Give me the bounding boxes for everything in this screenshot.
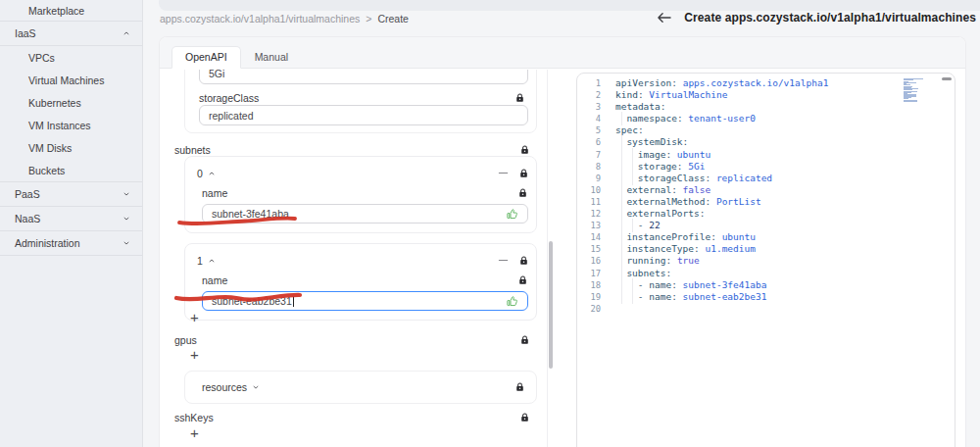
- code-line: 11externalMethod: PortList: [577, 196, 955, 208]
- code-line: 1apiVersion: apps.cozystack.io/v1alpha1: [577, 77, 955, 89]
- form-scrollbar-thumb[interactable]: [549, 241, 553, 369]
- lock-icon[interactable]: [520, 145, 529, 155]
- main-area: apps.cozystack.io/v1alpha1/virtualmachin…: [142, 0, 980, 447]
- chevron-up-icon: [208, 257, 216, 265]
- code-line: 13- 22: [577, 220, 955, 231]
- gpus-section-header: gpus: [174, 334, 529, 346]
- subnets-label: subnets: [174, 144, 211, 156]
- subnets-list: 0namesubnet-3fe41aba1namesubnet-eab2be31: [184, 156, 537, 330]
- sidebar-item-label: PaaS: [15, 188, 40, 200]
- resources-label: resources: [202, 381, 247, 393]
- tabs-bar: OpenAPIManual: [160, 37, 965, 69]
- lock-icon[interactable]: [520, 335, 529, 345]
- content-card: OpenAPIManual 5Gi storageClass replicate…: [159, 36, 966, 447]
- code-line: 17subnets:: [577, 268, 955, 279]
- openapi-form-panel: 5Gi storageClass replicated subnets: [160, 70, 548, 447]
- gpus-label: gpus: [174, 334, 197, 346]
- chevron-down-icon: [122, 239, 130, 247]
- code-line: 14instanceProfile: ubuntu: [577, 231, 955, 243]
- sshkeys-label: sshKeys: [174, 412, 214, 423]
- sidebar-item-buckets[interactable]: Buckets: [0, 159, 142, 181]
- sidebar-divider: [0, 255, 142, 256]
- remove-item-button[interactable]: [498, 255, 509, 266]
- code-line: 8storage: 5Gi: [577, 161, 955, 173]
- subnet-item-header[interactable]: 1: [197, 253, 528, 268]
- sidebar-item-vm-disks[interactable]: VM Disks: [0, 136, 142, 159]
- yaml-editor[interactable]: 1apiVersion: apps.cozystack.io/v1alpha12…: [576, 73, 956, 447]
- add-gpu-button[interactable]: +: [190, 348, 199, 362]
- code-line: 20: [577, 303, 955, 315]
- storage-class-label: storageClass: [199, 92, 259, 104]
- storage-input[interactable]: 5Gi: [199, 70, 528, 84]
- sidebar-item-label: Kubernetes: [28, 97, 81, 109]
- lock-icon[interactable]: [515, 93, 524, 103]
- sidebar-item-administration[interactable]: Administration: [0, 231, 142, 255]
- subnet-name-label: name: [202, 274, 227, 286]
- sidebar-item-naas[interactable]: NaaS: [0, 207, 142, 230]
- sidebar-item-virtual-machines[interactable]: Virtual Machines: [0, 69, 142, 91]
- subnets-section-header: subnets: [174, 144, 529, 156]
- code-line: 10external: false: [577, 184, 955, 196]
- input-value: subnet-eab2be31: [212, 295, 292, 307]
- breadcrumb-resource-link[interactable]: apps.cozystack.io/v1alpha1/virtualmachin…: [160, 13, 360, 25]
- subnet-name-label: name: [202, 187, 227, 199]
- subnet-item-index: 1: [197, 255, 203, 267]
- sidebar-item-label: IaaS: [15, 27, 36, 39]
- subnet-item-header[interactable]: 0: [197, 166, 528, 180]
- chevron-down-icon: [122, 215, 130, 223]
- tab-manual[interactable]: Manual: [241, 46, 302, 69]
- input-value: 5Gi: [209, 70, 224, 79]
- code-line: 6systemDisk:: [577, 136, 955, 148]
- text-cursor: [293, 296, 294, 307]
- sidebar-item-vm-instances[interactable]: VM Instances: [0, 114, 142, 136]
- subnet-item-card: 1namesubnet-eab2be31: [184, 243, 537, 321]
- code-line: 2kind: VirtualMachine: [577, 89, 955, 101]
- page-title: Create apps.cozystack.io/v1alpha1/virtua…: [684, 11, 976, 25]
- sidebar-item-kubernetes[interactable]: Kubernetes: [0, 91, 142, 114]
- code-line: 3metadata:: [577, 101, 955, 113]
- storage-class-input[interactable]: replicated: [199, 105, 528, 125]
- lock-icon[interactable]: [519, 256, 528, 266]
- lock-icon[interactable]: [518, 188, 527, 198]
- lock-icon[interactable]: [518, 275, 527, 285]
- code-line: 12externalPorts:: [577, 208, 955, 220]
- input-value: replicated: [209, 110, 254, 122]
- sidebar-item-vpcs[interactable]: VPCs: [0, 46, 142, 69]
- lock-icon[interactable]: [515, 382, 524, 392]
- sshkeys-section-header: sshKeys: [174, 412, 529, 423]
- code-line: 7image: ubuntu: [577, 149, 955, 161]
- subnet-item-card: 0namesubnet-3fe41aba: [184, 156, 537, 233]
- lock-icon[interactable]: [520, 413, 529, 422]
- code-lines: 1apiVersion: apps.cozystack.io/v1alpha12…: [577, 77, 955, 315]
- breadcrumb-separator: >: [366, 13, 371, 25]
- tab-openapi[interactable]: OpenAPI: [172, 46, 241, 69]
- sidebar-item-label: Administration: [15, 237, 80, 249]
- input-value: subnet-3fe41aba: [212, 208, 289, 220]
- panels: 5Gi storageClass replicated subnets: [160, 70, 965, 447]
- sidebar-item-label: VM Disks: [28, 142, 72, 154]
- sidebar-item-marketplace[interactable]: Marketplace: [0, 0, 142, 21]
- back-arrow-icon[interactable]: [657, 12, 671, 24]
- remove-item-button[interactable]: [498, 168, 509, 178]
- thumbs-up-icon: [506, 295, 518, 308]
- code-line: 5spec:: [577, 124, 955, 136]
- lock-icon[interactable]: [519, 169, 528, 178]
- code-line: 19- name: subnet-eab2be31: [577, 291, 955, 303]
- chevron-down-icon: [252, 383, 260, 391]
- editor-minimap: [904, 78, 929, 103]
- subnet-name-input[interactable]: subnet-eab2be31: [202, 291, 528, 311]
- subnet-name-input[interactable]: subnet-3fe41aba: [202, 204, 528, 224]
- code-line: 15instanceType: u1.medium: [577, 243, 955, 255]
- code-line: 18- name: subnet-3fe41aba: [577, 279, 955, 291]
- code-line: 16running: true: [577, 255, 955, 267]
- chevron-up-icon: [208, 170, 216, 177]
- sidebar-item-paas[interactable]: PaaS: [0, 182, 142, 206]
- add-sshkey-button[interactable]: +: [190, 426, 199, 440]
- page-header: Create apps.cozystack.io/v1alpha1/virtua…: [657, 11, 976, 25]
- sidebar-item-label: VM Instances: [28, 120, 91, 131]
- add-subnet-button[interactable]: +: [190, 311, 199, 324]
- resources-collapsed-card[interactable]: resources: [184, 371, 537, 404]
- editor-scrollbar-handle[interactable]: [942, 77, 952, 80]
- sidebar-item-iaas[interactable]: IaaS: [0, 22, 142, 45]
- breadcrumb: apps.cozystack.io/v1alpha1/virtualmachin…: [160, 13, 409, 25]
